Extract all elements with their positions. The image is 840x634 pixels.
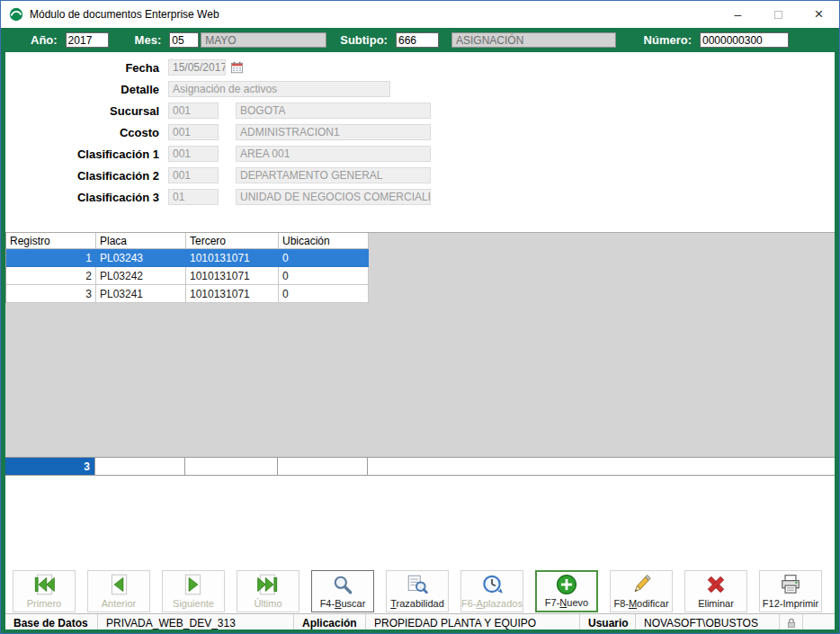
table-row[interactable]: 3 PL03241 1010131071 0: [6, 285, 369, 303]
action-button-bar: Primero Anterior: [13, 570, 822, 612]
window-controls: – ×: [718, 1, 839, 28]
search-icon: [331, 571, 354, 598]
previous-record-icon: [106, 571, 131, 598]
maximize-icon: [774, 11, 782, 19]
detalle-row: Detalle Asignación de activos: [5, 78, 431, 100]
maximize-button[interactable]: [758, 1, 799, 28]
button-label: F6-Aplazados: [461, 598, 523, 609]
ano-label: Año:: [31, 33, 58, 47]
clasificacion1-name-field: AREA 001: [236, 146, 431, 162]
anterior-button[interactable]: Anterior: [87, 570, 150, 612]
sucursal-name-field: BOGOTA: [236, 103, 431, 119]
window-title: Módulo de documentos Enterprise Web: [30, 8, 219, 21]
cell-ubicacion: 0: [279, 267, 369, 285]
fecha-field: 15/05/2017: [168, 59, 226, 76]
sucursal-label: Sucursal: [5, 104, 168, 118]
imprimir-button[interactable]: F12-Imprimir: [759, 570, 822, 612]
table-row[interactable]: 1 PL03243 1010131071 0: [6, 249, 369, 267]
plus-circle-icon: [555, 572, 578, 597]
user-label: Usuario: [580, 614, 636, 630]
user-value: NOVASOFT\OBUSTOS: [636, 614, 780, 630]
button-label: Siguiente: [173, 598, 214, 609]
app-label: Aplicación: [294, 614, 366, 630]
subtipo-input[interactable]: [396, 32, 439, 48]
grid-summary-row: 3: [5, 457, 835, 476]
clasificacion2-name-field: DEPARTAMENTO GENERAL: [236, 167, 431, 183]
record-count: 3: [5, 458, 95, 475]
summary-cell: [278, 458, 368, 475]
aplazados-button[interactable]: F6-Aplazados: [460, 570, 523, 612]
document-form: Fecha 15/05/2017: [5, 57, 431, 208]
button-label: Primero: [27, 598, 62, 609]
numero-label: Número:: [644, 33, 692, 47]
button-label: F12-Imprimir: [763, 598, 818, 609]
buscar-button[interactable]: F4-Buscar: [311, 570, 374, 612]
clasificacion2-code-field: 001: [168, 167, 219, 183]
printer-icon: [779, 571, 802, 598]
column-header-ubicacion[interactable]: Ubicación: [279, 233, 369, 249]
app-value: PROPIEDAD PLANTA Y EQUIPO: [366, 614, 580, 630]
clock-icon: [480, 571, 504, 598]
column-header-placa[interactable]: Placa: [96, 233, 186, 249]
cell-tercero: 1010131071: [186, 267, 279, 285]
traceability-icon: [406, 571, 429, 598]
modificar-button[interactable]: F8-Modificar: [610, 570, 673, 612]
cell-placa: PL03241: [96, 285, 186, 303]
column-header-tercero[interactable]: Tercero: [186, 233, 279, 249]
cell-placa: PL03243: [96, 249, 186, 267]
minimize-button[interactable]: –: [718, 1, 758, 28]
eliminar-button[interactable]: Eliminar: [684, 570, 747, 612]
close-button[interactable]: ×: [799, 1, 839, 28]
clasificacion3-row: Clasificación 3 01 UNIDAD DE NEGOCIOS CO…: [5, 186, 431, 208]
red-x-icon: [704, 571, 728, 598]
records-table: Registro Placa Tercero Ubicación 1 PL032…: [5, 233, 369, 303]
button-label: Anterior: [102, 598, 137, 609]
statusbar-spacer: [803, 614, 835, 630]
cell-ubicacion: 0: [279, 285, 369, 303]
fecha-label: Fecha: [5, 61, 168, 75]
cell-registro: 1: [6, 249, 96, 267]
db-label: Base de Datos: [5, 614, 98, 630]
window-frame: Año: Mes: MAYO Subtipo: ASIGNACIÓN Númer…: [1, 28, 839, 633]
subtipo-name-field: ASIGNACIÓN: [451, 32, 616, 48]
summary-cell: [368, 458, 835, 475]
siguiente-button[interactable]: Siguiente: [162, 570, 225, 612]
cell-registro: 3: [6, 285, 96, 303]
titlebar: Módulo de documentos Enterprise Web – ×: [1, 1, 839, 28]
trazabilidad-button[interactable]: Trazabilidad: [386, 570, 449, 612]
db-value: PRIVADA_WEB_DEV_313: [98, 614, 294, 630]
column-header-registro[interactable]: Registro: [6, 233, 96, 249]
document-key-bar: Año: Mes: MAYO Subtipo: ASIGNACIÓN Númer…: [5, 28, 835, 52]
mes-label: Mes:: [135, 33, 162, 47]
button-label: F7-Nuevo: [545, 597, 588, 608]
numero-group: Número:: [644, 32, 789, 48]
ano-input[interactable]: [66, 32, 109, 48]
content-panel: Fecha 15/05/2017: [5, 52, 835, 630]
last-record-icon: [255, 571, 281, 598]
subtipo-label: Subtipo:: [340, 33, 388, 47]
pencil-icon: [630, 571, 653, 598]
ccosto-row: Ccosto 001 ADMINISTRACION1: [5, 121, 431, 143]
cell-tercero: 1010131071: [186, 285, 279, 303]
table-row[interactable]: 2 PL03242 1010131071 0: [6, 267, 369, 285]
detalle-label: Detalle: [5, 83, 168, 96]
button-label: Trazabilidad: [390, 598, 444, 609]
calendar-button[interactable]: [230, 61, 244, 74]
statusbar: Base de Datos PRIVADA_WEB_DEV_313 Aplica…: [5, 613, 835, 630]
clasificacion3-name-field: UNIDAD DE NEGOCIOS COMERCIALES: [236, 189, 431, 205]
detalle-field: Asignación de activos: [168, 81, 390, 97]
numero-input[interactable]: [700, 32, 789, 48]
ccosto-code-field: 001: [168, 124, 219, 140]
mes-input[interactable]: [169, 32, 199, 48]
ultimo-button[interactable]: Último: [237, 570, 299, 612]
records-grid-area: Registro Placa Tercero Ubicación 1 PL032…: [5, 232, 835, 476]
next-record-icon: [181, 571, 206, 598]
clasificacion2-row: Clasificación 2 001 DEPARTAMENTO GENERAL: [5, 165, 431, 186]
app-window: Módulo de documentos Enterprise Web – × …: [0, 0, 840, 634]
lock-icon: [780, 614, 803, 630]
cell-placa: PL03242: [96, 267, 186, 285]
nuevo-button[interactable]: F7-Nuevo: [535, 570, 598, 612]
primero-button[interactable]: Primero: [13, 570, 76, 612]
fecha-row: Fecha 15/05/2017: [5, 57, 431, 78]
cell-registro: 2: [6, 267, 96, 285]
